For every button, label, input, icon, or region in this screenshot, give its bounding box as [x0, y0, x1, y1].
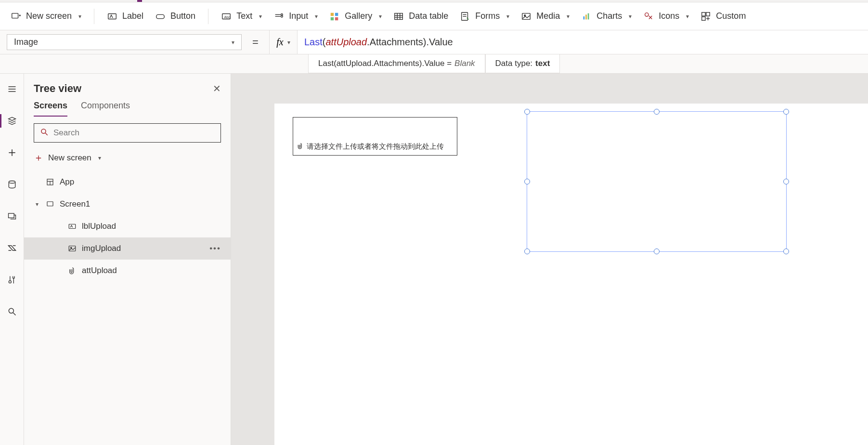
resize-handle-s[interactable]: [654, 249, 660, 254]
svg-rect-26: [585, 14, 587, 19]
tree-new-screen-label: New screen: [48, 153, 91, 163]
svg-rect-14: [335, 17, 338, 20]
tree-search-input[interactable]: [53, 128, 215, 138]
resize-handle-ne[interactable]: [783, 109, 789, 115]
more-icon[interactable]: •••: [209, 244, 221, 253]
ribbon-separator: [208, 9, 208, 24]
svg-rect-4: [156, 14, 165, 18]
gallery-icon: [329, 11, 340, 22]
svg-line-45: [13, 313, 15, 315]
tree-search-box[interactable]: [34, 123, 221, 143]
insert-button-button[interactable]: Button: [149, 8, 201, 25]
chevron-down-icon: ▾: [232, 39, 234, 46]
insert-forms-button[interactable]: Forms ▾: [454, 8, 515, 25]
result-expr: Last(attUpload.Attachments).Value: [318, 59, 444, 68]
screen-icon: [45, 200, 55, 209]
insert-input-label: Input: [289, 11, 308, 21]
rail-search-button[interactable]: [0, 303, 24, 320]
formula-token-open: (: [323, 37, 326, 48]
equals-label: =: [242, 30, 270, 54]
chevron-down-icon: ▾: [34, 201, 40, 208]
tree-item-lblupload[interactable]: lblUpload: [24, 215, 231, 237]
rail-advanced-button[interactable]: [0, 239, 24, 257]
insert-media-button[interactable]: Media ▾: [515, 8, 575, 25]
rail-data-button[interactable]: [0, 176, 24, 193]
tab-components[interactable]: Components: [81, 101, 130, 117]
rail-hamburger-button[interactable]: [0, 80, 24, 98]
resize-handle-se[interactable]: [783, 249, 789, 254]
chevron-down-icon: ▾: [98, 155, 101, 161]
rail-insert-button[interactable]: [0, 144, 24, 161]
rail-tools-button[interactable]: [0, 271, 24, 288]
ribbon-separator: [94, 9, 94, 24]
attachment-icon: [67, 266, 77, 275]
input-icon: [273, 11, 284, 22]
imgupload-control-selected[interactable]: [527, 111, 787, 252]
chevron-down-icon: ▾: [506, 13, 509, 20]
insert-input-button[interactable]: Input ▾: [268, 8, 324, 25]
tree-item-imgupload[interactable]: imgUpload •••: [24, 237, 231, 260]
rail-treeview-button[interactable]: [0, 112, 24, 130]
tree-item-label: attUpload: [82, 266, 117, 275]
insert-media-label: Media: [536, 11, 560, 21]
svg-point-43: [9, 281, 11, 283]
plus-icon: ＋: [34, 151, 43, 164]
icons-icon: [643, 11, 654, 22]
svg-rect-0: [12, 13, 18, 18]
svg-rect-30: [706, 12, 710, 15]
svg-rect-11: [331, 13, 334, 15]
insert-label-button[interactable]: Label: [101, 8, 149, 25]
tree-view-title: Tree view: [34, 82, 81, 95]
resize-handle-e[interactable]: [783, 179, 789, 184]
formula-result-value: Last(attUpload.Attachments).Value = Blan…: [308, 54, 485, 73]
fx-button[interactable]: fx ▾: [270, 30, 298, 54]
svg-rect-15: [395, 13, 403, 19]
tree-new-screen-button[interactable]: ＋ New screen ▾: [24, 147, 231, 168]
tab-screens[interactable]: Screens: [34, 101, 67, 117]
svg-point-39: [9, 181, 15, 183]
resize-handle-nw[interactable]: [524, 109, 530, 115]
chevron-down-icon: ▾: [379, 13, 382, 20]
new-screen-label: New screen: [26, 11, 72, 21]
insert-forms-label: Forms: [475, 11, 500, 21]
svg-rect-31: [702, 16, 705, 20]
insert-gallery-button[interactable]: Gallery ▾: [324, 8, 388, 25]
insert-icons-button[interactable]: Icons ▾: [637, 8, 695, 25]
tree-item-label: lblUpload: [82, 222, 116, 231]
result-eq: =: [447, 59, 452, 68]
new-screen-button[interactable]: New screen ▾: [5, 8, 87, 25]
attupload-control[interactable]: 请选择文件上传或者将文件拖动到此处上传: [293, 117, 457, 156]
tree-item-attupload[interactable]: attUpload: [24, 260, 231, 282]
chevron-down-icon: ▾: [287, 39, 290, 46]
label-icon: [67, 222, 77, 231]
tree-item-label: App: [60, 177, 74, 187]
svg-rect-51: [47, 202, 53, 206]
formula-input[interactable]: Last(attUpload.Attachments).Value: [298, 30, 868, 54]
tree-item-app[interactable]: App: [24, 171, 231, 193]
resize-handle-w[interactable]: [524, 179, 530, 184]
resize-handle-n[interactable]: [654, 109, 660, 115]
chevron-down-icon: ▾: [686, 13, 689, 20]
svg-point-10: [281, 15, 283, 17]
svg-point-46: [41, 129, 46, 133]
insert-custom-button[interactable]: Custom: [695, 8, 751, 25]
insert-charts-button[interactable]: Charts ▾: [575, 8, 637, 25]
canvas[interactable]: 请选择文件上传或者将文件拖动到此处上传: [274, 104, 868, 445]
screen-plus-icon: [11, 11, 21, 22]
result-datatype-value: text: [535, 59, 550, 68]
chevron-down-icon: ▾: [315, 13, 318, 20]
property-selector-value: Image: [14, 37, 38, 47]
ribbon-accent-mark: [137, 0, 142, 2]
tree-item-screen1[interactable]: ▾ Screen1: [24, 193, 231, 215]
chevron-down-icon: ▾: [567, 13, 570, 20]
insert-datatable-button[interactable]: Data table: [388, 8, 454, 25]
insert-icons-label: Icons: [659, 11, 679, 21]
close-icon[interactable]: ✕: [213, 83, 221, 94]
svg-rect-13: [331, 17, 334, 20]
label-icon: [107, 11, 117, 22]
forms-icon: [460, 11, 470, 22]
resize-handle-sw[interactable]: [524, 249, 530, 254]
insert-text-button[interactable]: Abc Text ▾: [215, 8, 268, 25]
rail-media-button[interactable]: [0, 208, 24, 225]
property-selector[interactable]: Image ▾: [7, 34, 242, 50]
